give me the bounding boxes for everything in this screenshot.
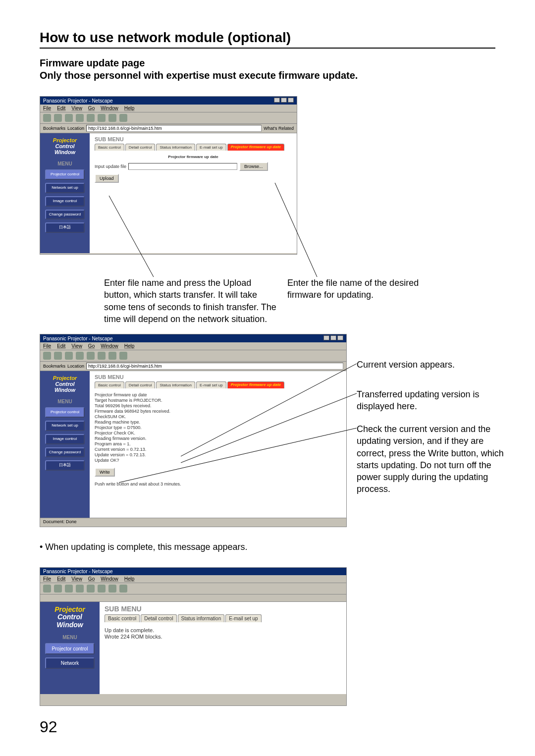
tab-basic-control[interactable]: Basic control [95, 381, 124, 388]
status-line: Projector type = D7500. [95, 425, 341, 430]
browser-toolbar[interactable] [40, 350, 346, 362]
tab-status-info[interactable]: Status information [156, 381, 195, 388]
location-label: Location [67, 364, 84, 369]
browser-toolbar[interactable] [40, 112, 297, 124]
nav-home-icon[interactable] [76, 585, 84, 593]
nav-forward-icon[interactable] [54, 114, 62, 122]
main-panel-complete: SUB MENU Basic control Detail control St… [100, 602, 346, 694]
browser-title-text: Panasonic Projector - Netscape [43, 98, 113, 104]
nav-forward-icon[interactable] [54, 352, 62, 360]
tab-detail-control[interactable]: Detail control [141, 614, 176, 622]
tab-detail-control[interactable]: Detail control [125, 144, 156, 151]
sidebar-japanese[interactable]: 日本語 [45, 460, 85, 471]
input-file-field[interactable] [128, 163, 237, 170]
status-line: Projector firmware up date [95, 392, 341, 397]
url-field[interactable] [86, 363, 343, 370]
nav-reload-icon[interactable] [65, 114, 73, 122]
tab-basic-control[interactable]: Basic control [95, 144, 124, 151]
nav-back-icon[interactable] [43, 114, 51, 122]
write-button[interactable]: Write [95, 468, 115, 477]
projector-sidebar: Projector Control Window MENU Projector … [40, 371, 90, 518]
menu-file[interactable]: File [43, 343, 51, 349]
sidebar-image-control[interactable]: Image control [45, 434, 85, 444]
status-line: Program area = 1. [95, 441, 341, 446]
nav-stop-icon[interactable] [119, 352, 127, 360]
menu-help[interactable]: Help [124, 343, 135, 349]
browser-menu-bar[interactable]: File Edit View Go Window Help [40, 105, 297, 112]
sidebar-network-setup[interactable]: Network set up [45, 183, 85, 193]
nav-security-icon[interactable] [108, 585, 116, 593]
input-file-label: Input update file [95, 164, 126, 169]
browser-title-text: Panasonic Projector - Netscape [43, 569, 113, 574]
sidebar-projector-control[interactable]: Projector control [45, 169, 85, 180]
menu-edit[interactable]: Edit [57, 576, 65, 582]
tab-detail-control[interactable]: Detail control [125, 381, 156, 388]
nav-search-icon[interactable] [87, 352, 95, 360]
tab-basic-control[interactable]: Basic control [105, 614, 140, 622]
whats-related-label[interactable]: What's Related [264, 126, 294, 131]
nav-reload-icon[interactable] [65, 585, 73, 593]
menu-go[interactable]: Go [88, 343, 95, 349]
sidebar-projector-control[interactable]: Projector control [45, 407, 85, 418]
submenu-tabs: Basic control Detail control Status info… [105, 614, 341, 622]
window-controls[interactable] [273, 98, 294, 104]
sidebar-projector-control[interactable]: Projector control [45, 643, 95, 654]
browse-button[interactable]: Browse... [239, 162, 268, 171]
menu-help[interactable]: Help [124, 576, 135, 582]
menu-view[interactable]: View [71, 576, 82, 582]
browser-menu-bar[interactable]: File Edit View Go Window Help [40, 342, 346, 350]
nav-print-icon[interactable] [98, 352, 106, 360]
bookmarks-label[interactable]: Bookmarks [43, 126, 65, 131]
nav-forward-icon[interactable] [54, 585, 62, 593]
nav-stop-icon[interactable] [119, 114, 127, 122]
menu-edit[interactable]: Edit [57, 343, 65, 349]
menu-go[interactable]: Go [88, 576, 95, 582]
menu-file[interactable]: File [43, 106, 51, 111]
nav-security-icon[interactable] [108, 114, 116, 122]
menu-window[interactable]: Window [101, 106, 118, 111]
browser-toolbar[interactable] [40, 583, 346, 594]
sidebar-change-password[interactable]: Change password [45, 210, 85, 220]
tab-firmware-update[interactable]: Projector firmware up date [227, 381, 284, 388]
subnote: Only those personnel with expertise must… [40, 70, 495, 81]
sidebar-network-setup[interactable]: Network [45, 657, 95, 669]
nav-back-icon[interactable] [43, 585, 51, 593]
menu-window[interactable]: Window [101, 343, 118, 349]
url-field[interactable] [86, 125, 262, 132]
subtitle: Firmware update page [40, 57, 495, 69]
menu-help[interactable]: Help [124, 106, 135, 111]
sidebar-japanese[interactable]: 日本語 [45, 222, 85, 233]
bookmarks-label[interactable]: Bookmarks [43, 364, 65, 369]
upload-button[interactable]: Upload [95, 174, 119, 183]
tab-email-setup[interactable]: E-mail set up [225, 614, 261, 622]
tab-email-setup[interactable]: E-mail set up [196, 144, 226, 151]
browser-menu-bar[interactable]: File Edit View Go Window Help [40, 575, 346, 583]
nav-search-icon[interactable] [87, 114, 95, 122]
sidebar-change-password[interactable]: Change password [45, 447, 85, 458]
browser-status-bar: Document: Done [40, 518, 346, 525]
menu-window[interactable]: Window [101, 576, 118, 582]
nav-print-icon[interactable] [98, 114, 106, 122]
nav-home-icon[interactable] [76, 352, 84, 360]
nav-reload-icon[interactable] [65, 352, 73, 360]
tab-email-setup[interactable]: E-mail set up [196, 381, 226, 388]
window-controls[interactable] [322, 335, 343, 341]
sidebar-image-control[interactable]: Image control [45, 196, 85, 207]
nav-back-icon[interactable] [43, 352, 51, 360]
nav-home-icon[interactable] [76, 114, 84, 122]
menu-go[interactable]: Go [88, 106, 95, 111]
menu-view[interactable]: View [71, 106, 82, 111]
complete-line: Up date is complete. [105, 627, 341, 633]
sidebar-network-setup[interactable]: Network set up [45, 421, 85, 431]
nav-search-icon[interactable] [87, 585, 95, 593]
menu-edit[interactable]: Edit [57, 106, 65, 111]
tab-status-info[interactable]: Status information [156, 144, 195, 151]
menu-view[interactable]: View [71, 343, 82, 349]
nav-security-icon[interactable] [108, 352, 116, 360]
menu-file[interactable]: File [43, 576, 51, 582]
nav-print-icon[interactable] [98, 585, 106, 593]
browser-address-bar: Bookmarks Location What's Related [40, 124, 297, 133]
tab-status-info[interactable]: Status information [178, 614, 225, 622]
nav-stop-icon[interactable] [119, 585, 127, 593]
tab-firmware-update[interactable]: Projector firmware up date [227, 144, 284, 151]
